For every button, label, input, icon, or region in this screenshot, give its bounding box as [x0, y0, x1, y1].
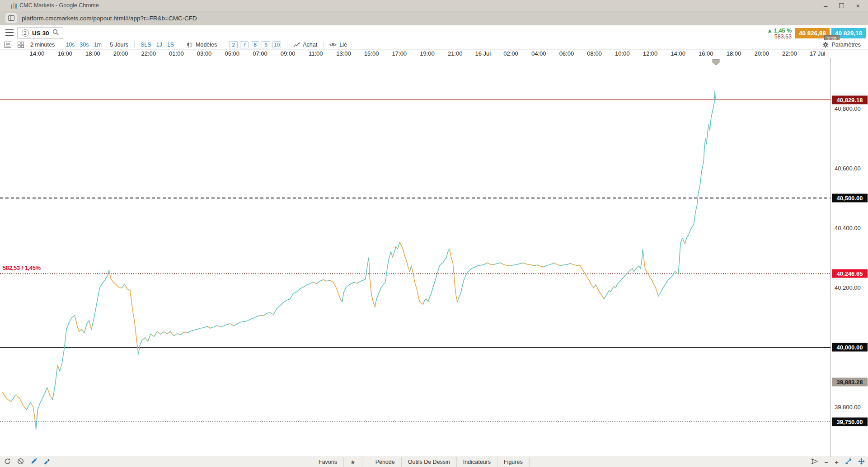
- time-axis-label: 10:00: [615, 50, 630, 58]
- linked-toggle[interactable]: Lié: [329, 42, 347, 48]
- session-change-label: 582,53 / 1,45%: [3, 265, 41, 271]
- level-40500-label: 40,500.00: [832, 194, 868, 203]
- instrument-tab[interactable]: 2 US 30: [17, 27, 63, 39]
- minimize-button[interactable]: –: [824, 2, 827, 9]
- interval-button-10s[interactable]: 10s: [66, 42, 75, 48]
- clear-drawings-icon[interactable]: [17, 458, 24, 466]
- settings-button[interactable]: Paramètres: [822, 42, 863, 48]
- zoom-out-button[interactable]: −: [824, 459, 828, 466]
- time-axis-label: 18:00: [85, 50, 100, 58]
- title-bar: CMC Markets - Google Chrome – ×: [0, 0, 868, 11]
- zoom-in-button[interactable]: +: [835, 459, 839, 466]
- browser-panel-icon[interactable]: [5, 13, 17, 23]
- order-panel-icon[interactable]: [5, 42, 11, 48]
- range-selector[interactable]: 5 Jours: [110, 42, 128, 48]
- up-triangle-icon: ▲: [767, 28, 772, 34]
- time-axis-label: 22:00: [141, 50, 156, 58]
- menu-icon[interactable]: [5, 29, 14, 36]
- draw-pencil-icon[interactable]: [30, 458, 37, 466]
- chart-plot-area[interactable]: 582,53 / 1,45%: [0, 58, 830, 457]
- price-axis-label: 40,400.00: [835, 225, 861, 231]
- time-axis-label: 08:00: [587, 50, 602, 58]
- eye-icon: [329, 42, 337, 47]
- trend-up-icon: [293, 42, 300, 48]
- change-points: 583,63: [759, 34, 792, 39]
- time-axis[interactable]: 14:0016:0018:0020:0022:0001:0003:0005:00…: [0, 50, 868, 58]
- search-icon[interactable]: [52, 29, 59, 37]
- bottom-tab-0[interactable]: Période: [369, 457, 402, 467]
- bottom-left-tools: [4, 457, 50, 467]
- close-button[interactable]: ×: [856, 2, 860, 9]
- time-axis-label: 16:00: [699, 50, 713, 58]
- candlestick-icon: [186, 41, 193, 48]
- time-axis-label: 14:00: [671, 50, 685, 58]
- url-text[interactable]: platform.cmcmarkets.com/popout.html#/app…: [22, 15, 197, 22]
- session-open-label: 40,246.65: [832, 269, 868, 278]
- fit-chart-icon[interactable]: [858, 458, 865, 466]
- time-axis-label: 21:00: [448, 50, 463, 58]
- prev-close-label: 39,883.28: [832, 378, 868, 387]
- send-chart-icon[interactable]: [811, 458, 818, 466]
- refresh-icon[interactable]: [4, 458, 11, 466]
- range-preset-sls[interactable]: SLS: [141, 42, 151, 48]
- layout-number-button-9[interactable]: 9: [262, 41, 270, 48]
- chart-toolbar: 2 minutes 10s30s1m 5 Jours SLS1J1S Modèl…: [0, 40, 868, 50]
- time-axis-label: 12:00: [643, 50, 658, 58]
- time-axis-label: 20:00: [113, 50, 128, 58]
- bottom-toolbar: Favoris ★ PériodeOutils De DessinIndicat…: [0, 457, 868, 467]
- time-axis-label: 09:00: [281, 50, 296, 58]
- bottom-tab-1[interactable]: Outils De Dessin: [402, 457, 457, 467]
- favorites-star-icon[interactable]: ★: [344, 457, 362, 467]
- layout-number-button-8[interactable]: 8: [251, 41, 259, 48]
- range-preset-1j[interactable]: 1J: [156, 42, 162, 48]
- cmc-favicon-icon: [11, 2, 17, 9]
- bottom-right-tools: − +: [811, 457, 865, 467]
- time-axis-label: 01:00: [169, 50, 184, 58]
- templates-button[interactable]: Modèles: [186, 41, 217, 48]
- time-axis-label: 16 Jul: [475, 50, 491, 58]
- bottom-tab-2[interactable]: Indicateurs: [457, 457, 497, 467]
- interval-selector[interactable]: 2 minutes: [30, 42, 55, 48]
- layout-number-button-10[interactable]: 10: [272, 41, 281, 48]
- change-block: ▲ 1,45 % 583,63: [759, 28, 792, 39]
- time-axis-label: 07:00: [253, 50, 267, 58]
- time-axis-label: 16:00: [57, 50, 72, 58]
- interval-button-1m[interactable]: 1m: [94, 42, 102, 48]
- level-40000-label: 40,000.00: [832, 343, 868, 352]
- bottom-tab-3[interactable]: Figures: [497, 457, 530, 467]
- price-line-down-segments: [2, 91, 716, 429]
- price-axis-label: 40,800.00: [835, 105, 861, 112]
- change-percent: 1,45 %: [774, 28, 792, 34]
- range-preset-1s[interactable]: 1S: [167, 42, 174, 48]
- chart-header: 2 US 30 ▲ 1,45 % 583,63 40 826,98 40 829…: [0, 25, 868, 40]
- price-axis-label: 40,200.00: [835, 284, 861, 291]
- time-axis-label: 17 Jul: [810, 50, 826, 58]
- interval-button-30s[interactable]: 30s: [80, 42, 89, 48]
- latest-data-marker[interactable]: [713, 59, 719, 65]
- price-line-up-segments: [11, 91, 715, 429]
- bottom-tab-bar: Favoris ★ PériodeOutils De DessinIndicat…: [312, 457, 530, 467]
- grid-layout-icon[interactable]: [18, 42, 24, 48]
- time-axis-label: 05:00: [225, 50, 239, 58]
- bottom-tabs-group: PériodeOutils De DessinIndicateursFigure…: [369, 457, 530, 467]
- favorites-button[interactable]: Favoris: [312, 457, 344, 467]
- time-axis-label: 17:00: [392, 50, 407, 58]
- buy-tool-button[interactable]: Achat: [293, 42, 317, 48]
- styles-icon[interactable]: [43, 458, 50, 466]
- layout-number-button-7[interactable]: 7: [240, 41, 249, 48]
- layout-number-group: 278910: [229, 41, 281, 48]
- price-axis-label: 39,800.00: [835, 404, 861, 410]
- chart-number-badge: 2: [22, 29, 29, 37]
- range-preset-group: SLS1J1S: [141, 42, 174, 48]
- gear-icon: [822, 42, 829, 48]
- price-axis[interactable]: 40,800.0040,600.0040,400.0040,200.0039,8…: [830, 58, 868, 457]
- window-controls: – ×: [824, 2, 863, 9]
- time-axis-label: 22:00: [782, 50, 797, 58]
- price-chart[interactable]: [0, 58, 830, 457]
- layout-number-button-2[interactable]: 2: [229, 41, 238, 48]
- time-axis-label: 04:00: [531, 50, 546, 58]
- expand-chart-icon[interactable]: [845, 458, 852, 466]
- time-axis-label: 20:00: [754, 50, 769, 58]
- price-axis-label: 40,600.00: [835, 165, 861, 172]
- maximize-button[interactable]: [839, 3, 844, 8]
